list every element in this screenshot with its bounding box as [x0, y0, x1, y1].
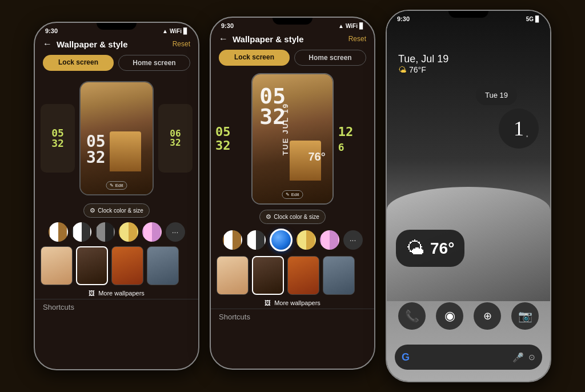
swatch-m-dark[interactable]	[246, 230, 266, 250]
wallpaper-icon-middle: 🖼	[265, 299, 271, 306]
wallpaper-thumb-m3[interactable]	[287, 256, 319, 295]
more-wallpapers-middle[interactable]: 🖼 More wallpapers	[211, 297, 374, 309]
time-left: 9:30	[45, 27, 58, 34]
phone-middle: 9:30 ▲ WiFi ▊ ← Wallpaper & style Reset …	[210, 17, 375, 370]
notch-right	[448, 11, 488, 18]
dock-browser[interactable]: ⊕	[474, 302, 501, 330]
reset-button-left[interactable]: Reset	[173, 40, 190, 48]
time-middle: 9:30	[221, 22, 234, 29]
home-date: Tue, Jul 19	[398, 53, 539, 65]
clock-bubble: 1 •	[499, 109, 539, 149]
weather-sun-icon: 🌤	[406, 238, 424, 259]
wallpapers-row-left	[35, 244, 198, 287]
wallpaper-thumb-m4[interactable]	[323, 256, 355, 295]
shortcuts-left: Shortcuts	[35, 299, 198, 314]
gear-icon-middle: ⚙	[266, 213, 271, 221]
edit-btn-middle: ✎ Edit	[282, 190, 303, 199]
swatch-yellow[interactable]	[119, 222, 138, 242]
wallpaper-icon-left: 🖼	[89, 290, 95, 297]
swatch-m-pink[interactable]	[320, 230, 339, 250]
swatch-brown[interactable]	[49, 222, 68, 242]
back-button-middle[interactable]: ←	[219, 34, 228, 44]
phone-left: 9:30 ▲ WiFi ▊ ← Wallpaper & style Reset …	[34, 22, 199, 370]
google-g: G	[402, 351, 410, 363]
temp-overlay-middle: 76°	[308, 150, 325, 163]
swatch-pink[interactable]	[142, 222, 162, 242]
time-right: 9:30	[397, 15, 410, 22]
clock-color-row-left: ⚙ Clock color & size	[35, 201, 198, 220]
big-preview-area: 05 32 05 32 TUE JUL 19 76° ✎ Edit 12 6	[211, 70, 374, 207]
top-bar-middle: ← Wallpaper & style Reset	[211, 31, 374, 47]
clock-style-mid-left[interactable]: 05 32	[215, 125, 247, 153]
clock-style-left-3[interactable]: 06 32	[158, 104, 193, 173]
sand-object-left	[110, 131, 141, 171]
swatch-m-brown[interactable]	[223, 230, 242, 250]
status-icons-right: 5G ▊	[526, 16, 540, 22]
swatch-more-left[interactable]: ···	[166, 222, 185, 242]
wallpaper-thumb-m1[interactable]	[217, 256, 249, 295]
status-icons-left: ▲ WiFi ▊	[162, 28, 188, 34]
sun-icon-home: 🌤	[398, 65, 406, 74]
reset-button-middle[interactable]: Reset	[348, 35, 366, 43]
tab-home-middle[interactable]: Home screen	[294, 50, 366, 66]
swatch-more-middle[interactable]: ···	[343, 230, 363, 250]
clock-preview-main-left[interactable]: 05 32 ✎ Edit	[79, 81, 154, 195]
phone-right: 9:30 5G ▊ Tue, Jul 19 🌤 76°F Tue 19 1 • …	[386, 10, 551, 382]
swatch-dark[interactable]	[72, 222, 91, 242]
date-bubble[interactable]: Tue 19	[476, 85, 517, 105]
clock-preview-main-middle[interactable]: 05 32 TUE JUL 19 76° ✎ Edit	[251, 73, 333, 205]
back-button-left[interactable]: ←	[43, 39, 52, 49]
mic-icon[interactable]: 🎤	[512, 352, 524, 363]
status-icons-middle: ▲ WiFi ▊	[338, 23, 364, 29]
gear-icon-left: ⚙	[90, 207, 95, 214]
wallpaper-thumb-2[interactable]	[76, 246, 108, 285]
color-picker-ball[interactable]	[270, 229, 292, 251]
dock-area: 📞 ◉ ⊕ 📷	[387, 297, 550, 335]
dock-camera[interactable]: 📷	[511, 302, 539, 330]
lens-icon[interactable]: ⊙	[528, 353, 535, 362]
tab-lock-middle[interactable]: Lock screen	[219, 50, 290, 66]
date-widget-area: Tue 19 1 •	[476, 85, 539, 149]
wallpaper-thumb-4[interactable]	[147, 246, 179, 285]
clock-color-btn-middle[interactable]: ⚙ Clock color & size	[259, 210, 325, 224]
top-bar-left: ← Wallpaper & style Reset	[35, 37, 198, 53]
search-bar[interactable]: G 🎤 ⊙	[395, 345, 542, 370]
swatch-dark2[interactable]	[95, 222, 115, 242]
weather-temp: 76°	[430, 239, 454, 258]
swatches-row-middle: ···	[211, 226, 374, 254]
tab-lock-left[interactable]: Lock screen	[43, 55, 114, 71]
preview-area-left: 05 32 05 32 ✎ Edit 06 32	[35, 75, 198, 201]
clock-overlay-left: 05 32	[86, 134, 106, 166]
more-wallpapers-left[interactable]: 🖼 More wallpapers	[35, 287, 198, 299]
notch-middle	[273, 18, 312, 25]
swatches-row-left: ···	[35, 220, 198, 244]
home-weather: 🌤 76°F	[398, 65, 539, 74]
wallpaper-thumb-3[interactable]	[111, 246, 143, 285]
date-vert-middle: TUE JUL 19	[281, 103, 290, 155]
page-title-middle: Wallpaper & style	[233, 34, 303, 44]
clock-color-row-middle: ⚙ Clock color & size	[211, 207, 374, 226]
shortcuts-middle: Shortcuts	[211, 309, 374, 323]
page-title-left: Wallpaper & style	[57, 39, 127, 49]
weather-widget[interactable]: 🌤 76°	[396, 230, 464, 267]
tab-home-left[interactable]: Home screen	[118, 55, 190, 71]
notch-left	[97, 23, 137, 30]
wallpapers-row-middle	[211, 254, 374, 297]
home-screen: 9:30 5G ▊ Tue, Jul 19 🌤 76°F Tue 19 1 • …	[387, 11, 550, 381]
tab-bar-left: Lock screen Home screen	[35, 53, 198, 75]
edit-btn-left: ✎ Edit	[106, 181, 127, 190]
home-date-info: Tue, Jul 19 🌤 76°F	[387, 25, 550, 80]
tab-bar-middle: Lock screen Home screen	[211, 47, 374, 70]
clock-style-left-1[interactable]: 05 32	[41, 104, 75, 173]
wallpaper-thumb-1[interactable]	[41, 246, 73, 285]
dock-phone[interactable]: 📞	[398, 302, 426, 330]
swatch-m-yellow[interactable]	[296, 230, 316, 250]
clock-color-btn-left[interactable]: ⚙ Clock color & size	[83, 203, 149, 218]
wallpaper-thumb-m2[interactable]	[252, 256, 284, 295]
dock-chrome[interactable]: ◉	[436, 302, 463, 330]
clock-overlay-middle: 05 32 TUE JUL 19 76° ✎ Edit	[253, 74, 332, 203]
clock-style-mid-right[interactable]: 12 6	[338, 124, 370, 154]
